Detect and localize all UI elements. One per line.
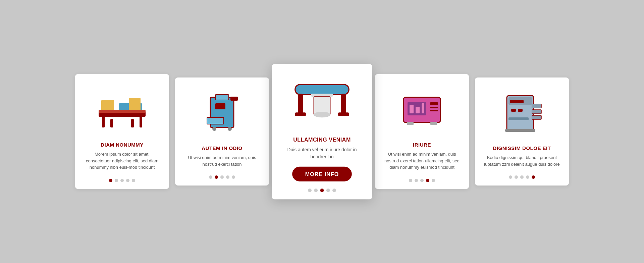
dot (526, 175, 529, 179)
dot (420, 179, 424, 182)
dot (515, 175, 518, 179)
card-2: AUTEM IN ODIO Ut wisi enim ad minim veni… (175, 77, 269, 186)
card-4-text: Ut wisi enim ad minim veniam, quis nostr… (382, 151, 462, 171)
card-3-icon (280, 72, 365, 130)
cards-container: DIAM NONUMMY Morem ipsum dolor sit amet,… (0, 55, 644, 208)
svg-rect-25 (311, 94, 333, 97)
dot (426, 179, 429, 182)
dot (320, 189, 324, 192)
card-5-dots (509, 175, 535, 179)
dot (220, 175, 224, 179)
dot (126, 179, 129, 182)
svg-rect-37 (430, 110, 438, 111)
svg-rect-36 (430, 107, 438, 108)
svg-rect-46 (532, 110, 541, 114)
dot (120, 179, 124, 182)
card-5-icon (482, 86, 561, 139)
svg-rect-34 (422, 103, 424, 113)
more-info-button[interactable]: MORE INFO (292, 166, 352, 181)
card-4: IRIURE Ut wisi enim ad minim veniam, qui… (375, 74, 469, 189)
dot (109, 179, 112, 182)
dot (314, 189, 318, 192)
svg-rect-39 (430, 122, 437, 125)
dot (232, 175, 235, 179)
svg-rect-48 (532, 115, 541, 119)
svg-rect-32 (410, 105, 414, 113)
dot (409, 179, 412, 182)
card-1-title: DIAM NONUMMY (101, 142, 144, 148)
svg-rect-16 (215, 103, 225, 109)
svg-rect-24 (338, 112, 349, 116)
svg-rect-35 (430, 102, 438, 105)
svg-rect-19 (295, 84, 349, 94)
dot (308, 189, 312, 192)
card-3: ULLAMCING VENIAM Duis autem vel eum iriu… (272, 64, 372, 199)
card-3-dots (308, 189, 336, 192)
svg-rect-50 (511, 109, 516, 112)
card-2-dots (209, 175, 235, 179)
svg-rect-8 (99, 110, 146, 113)
svg-point-18 (228, 127, 232, 131)
svg-rect-7 (129, 98, 141, 112)
card-2-title: AUTEM IN ODIO (202, 145, 243, 151)
svg-rect-44 (532, 104, 541, 108)
card-4-title: IRIURE (413, 142, 431, 148)
card-4-dots (409, 179, 435, 182)
dot (532, 175, 535, 179)
card-1-text: Morem ipsum dolor sit amet, consectetuer… (83, 151, 162, 171)
card-1: DIAM NONUMMY Morem ipsum dolor sit amet,… (75, 74, 169, 189)
card-5-title: DIGNISSIM DOLOE EIT (493, 145, 551, 151)
svg-point-17 (212, 127, 216, 131)
svg-rect-13 (230, 97, 238, 101)
svg-rect-0 (102, 116, 105, 127)
svg-rect-23 (295, 112, 306, 116)
svg-rect-38 (407, 122, 414, 125)
dot (509, 175, 512, 179)
dot (520, 175, 524, 179)
dot (432, 179, 435, 182)
dot (115, 179, 118, 182)
svg-rect-1 (140, 116, 142, 127)
card-4-icon (382, 82, 462, 136)
dot (132, 179, 135, 182)
svg-rect-2 (110, 119, 113, 127)
svg-rect-14 (207, 117, 224, 124)
svg-rect-11 (215, 95, 229, 100)
svg-rect-33 (416, 107, 420, 113)
card-5-text: Kodio dignissim qui blandit praesent lup… (482, 154, 561, 167)
card-3-title: ULLAMCING VENIAM (293, 136, 351, 142)
svg-rect-51 (518, 109, 523, 112)
svg-rect-53 (505, 129, 535, 132)
svg-rect-21 (298, 94, 303, 113)
card-1-dots (109, 179, 135, 182)
card-3-text: Duis autem vel eum iriure dolor in hendr… (280, 146, 365, 160)
dot (332, 189, 336, 192)
card-2-text: Ut wisi enim ad minim veniam, quis nostr… (182, 154, 262, 167)
card-1-icon (83, 82, 162, 136)
dot (326, 189, 330, 192)
dot (209, 175, 212, 179)
dot (415, 179, 418, 182)
svg-rect-22 (341, 94, 346, 113)
svg-rect-52 (508, 117, 529, 120)
dot (215, 175, 218, 179)
dot (226, 175, 229, 179)
card-2-icon (182, 86, 262, 139)
svg-rect-3 (131, 119, 134, 127)
svg-rect-43 (510, 100, 524, 103)
card-5: DIGNISSIM DOLOE EIT Kodio dignissim qui … (475, 77, 569, 186)
